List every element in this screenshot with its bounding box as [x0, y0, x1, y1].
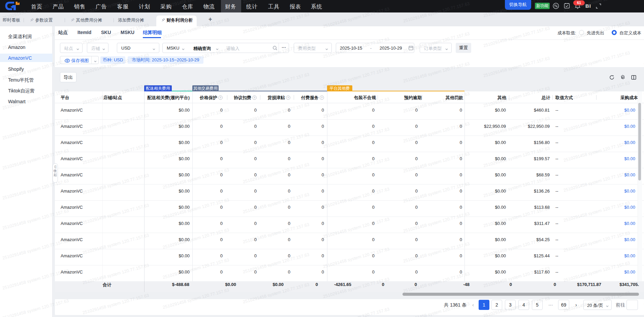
svg-text:?: ?	[321, 96, 323, 99]
